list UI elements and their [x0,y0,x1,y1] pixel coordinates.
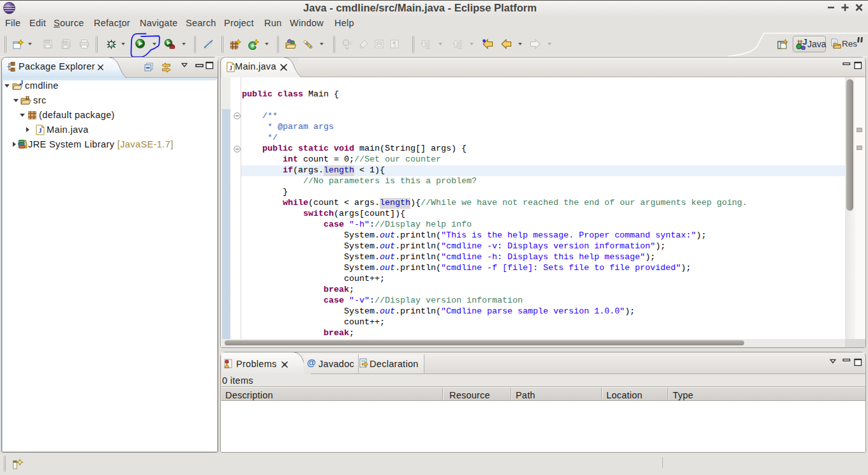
svg-text:¶: ¶ [393,41,396,48]
svg-text:J: J [20,80,24,86]
svg-text:J: J [803,38,807,47]
svg-text:J: J [229,64,232,72]
svg-text:G: G [350,40,352,46]
svg-text:J: J [38,127,42,134]
